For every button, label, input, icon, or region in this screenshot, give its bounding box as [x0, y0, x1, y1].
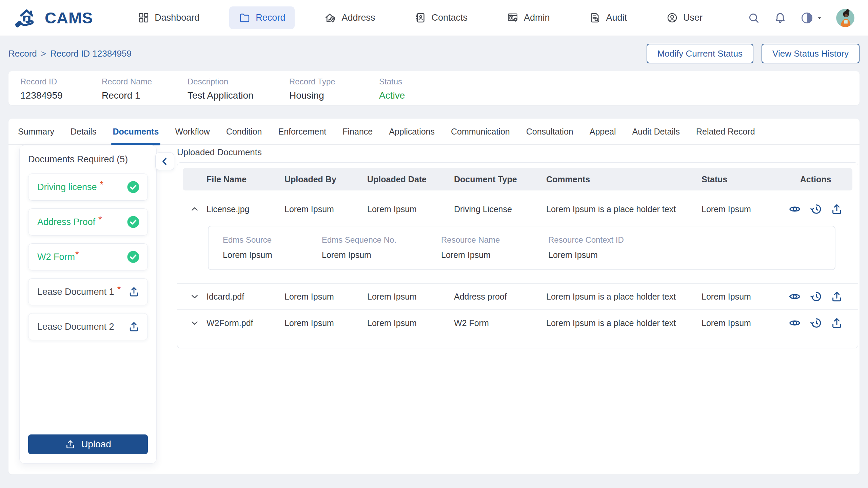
cell-status: Lorem Ipsum — [702, 204, 779, 214]
expand-row-button[interactable] — [183, 318, 206, 328]
detail-value: Lorem Ipsum — [223, 250, 322, 260]
upload-icon[interactable] — [830, 203, 843, 216]
theme-half-circle-icon — [800, 11, 814, 25]
tab-enforcement[interactable]: Enforcement — [278, 118, 327, 145]
cell-file-name: Idcard.pdf — [206, 292, 284, 302]
collapse-panel-button[interactable] — [155, 152, 174, 170]
check-circle-icon — [126, 215, 140, 229]
uploaded-documents-section: Uploaded Documents File Name Uploaded By… — [177, 145, 858, 464]
row-actions — [779, 290, 852, 303]
upload-button-label: Upload — [81, 439, 111, 450]
chevron-up-icon — [190, 204, 200, 214]
tab-appeal[interactable]: Appeal — [590, 118, 616, 145]
expand-row-button[interactable] — [183, 291, 206, 302]
documents-tab-content: Documents Required (5) Driving license *… — [8, 145, 860, 464]
nav-label: Contacts — [431, 13, 468, 23]
upload-icon[interactable] — [128, 321, 140, 333]
doc-item-lease-document-2[interactable]: Lease Document 2 — [28, 313, 148, 340]
cell-uploaded-by: Lorem Ipsum — [284, 204, 367, 214]
search-icon[interactable] — [747, 12, 760, 24]
field-label: Description — [188, 77, 289, 86]
status-field: Status Active — [379, 77, 405, 105]
nav-item-user[interactable]: User — [657, 6, 712, 29]
field-value: 12384959 — [20, 90, 102, 101]
view-status-history-button[interactable]: View Status History — [762, 44, 860, 63]
theme-toggle[interactable] — [800, 11, 823, 25]
tab-summary[interactable]: Summary — [18, 118, 54, 145]
nav-item-audit[interactable]: Audit — [580, 6, 637, 29]
header-actions — [747, 9, 854, 27]
breadcrumb: Record > Record ID 12384959 — [8, 48, 132, 59]
upload-icon[interactable] — [830, 317, 843, 329]
table-body: License.jpg Lorem Ipsum Lorem Ipsum Driv… — [177, 196, 858, 336]
detail-value: Lorem Ipsum — [441, 250, 548, 260]
doc-item-lease-document-1[interactable]: Lease Document 1 * — [28, 278, 148, 305]
house-pin-icon — [324, 12, 336, 24]
nav-item-admin[interactable]: Admin — [497, 6, 559, 29]
history-clock-icon[interactable] — [809, 290, 822, 303]
tab-condition[interactable]: Condition — [226, 118, 262, 145]
tab-audit-details[interactable]: Audit Details — [632, 118, 680, 145]
row-detail-panel: Edms Source Lorem Ipsum Edms Sequence No… — [208, 226, 835, 270]
tab-related-record[interactable]: Related Record — [696, 118, 755, 145]
caret-down-icon — [816, 15, 823, 21]
tab-workflow[interactable]: Workflow — [175, 118, 210, 145]
breadcrumb-current: Record ID 12384959 — [50, 48, 132, 59]
doc-item-label: Lease Document 1 — [37, 287, 114, 297]
bell-icon[interactable] — [774, 12, 787, 24]
cell-status: Lorem Ipsum — [702, 318, 779, 328]
tab-details[interactable]: Details — [71, 118, 96, 145]
doc-item-label: Lease Document 2 — [37, 322, 114, 332]
col-document-type: Document Type — [454, 175, 546, 184]
tab-finance[interactable]: Finance — [342, 118, 373, 145]
col-actions: Actions — [779, 175, 852, 184]
status-badge: Active — [379, 90, 405, 101]
folder-icon — [239, 12, 251, 24]
record-detail-card: Summary Details Documents Workflow Condi… — [8, 119, 860, 474]
nav-label: Dashboard — [155, 13, 199, 23]
doc-item-w2-form[interactable]: W2 Form * — [28, 243, 148, 270]
nav-item-address[interactable]: Address — [315, 6, 384, 29]
field-label: Record ID — [20, 77, 102, 86]
record-summary-card: Record ID 12384959 Record Name Record 1 … — [8, 71, 860, 105]
cell-comments: Lorem Ipsum is a place holder text — [546, 318, 702, 328]
col-status: Status — [702, 175, 779, 184]
user-avatar[interactable] — [836, 9, 854, 27]
tab-documents[interactable]: Documents — [113, 118, 159, 145]
upload-icon[interactable] — [128, 286, 140, 298]
table-row: License.jpg Lorem Ipsum Lorem Ipsum Driv… — [177, 196, 858, 222]
resource-name-field: Resource Name Lorem Ipsum — [441, 235, 548, 260]
nav-item-record[interactable]: Record — [229, 6, 295, 29]
modify-current-status-button[interactable]: Modify Current Status — [647, 44, 753, 63]
history-clock-icon[interactable] — [809, 203, 822, 216]
doc-item-address-proof[interactable]: Address Proof * — [28, 208, 148, 236]
collapse-row-button[interactable] — [183, 204, 206, 214]
history-clock-icon[interactable] — [809, 317, 822, 329]
eye-icon[interactable] — [788, 317, 801, 329]
tab-consultation[interactable]: Consultation — [526, 118, 573, 145]
upload-icon[interactable] — [830, 290, 843, 303]
required-asterisk: * — [117, 284, 121, 295]
record-type-field: Record Type Housing — [289, 77, 379, 105]
cell-document-type: Address proof — [454, 292, 546, 302]
edms-source-field: Edms Source Lorem Ipsum — [223, 235, 322, 260]
field-value: Housing — [289, 90, 379, 101]
doc-item-label: Address Proof — [37, 217, 95, 227]
nav-item-dashboard[interactable]: Dashboard — [128, 6, 209, 29]
tab-applications[interactable]: Applications — [389, 118, 435, 145]
nav-item-contacts[interactable]: Contacts — [405, 6, 477, 29]
table-row: W2Form.pdf Lorem Ipsum Lorem Ipsum W2 Fo… — [177, 309, 858, 336]
breadcrumb-section[interactable]: Record — [8, 48, 37, 59]
col-file-name: File Name — [206, 175, 284, 184]
nav-label: User — [683, 13, 703, 23]
eye-icon[interactable] — [788, 290, 801, 303]
nav-label: Address — [341, 13, 375, 23]
doc-item-driving-license[interactable]: Driving license * — [28, 174, 148, 201]
uploaded-documents-title: Uploaded Documents — [177, 147, 858, 158]
tab-communication[interactable]: Communication — [451, 118, 510, 145]
detail-label: Resource Name — [441, 235, 548, 245]
brand-logo[interactable]: CAMS — [14, 5, 93, 30]
upload-button[interactable]: Upload — [28, 434, 148, 454]
eye-icon[interactable] — [788, 203, 801, 216]
detail-value: Lorem Ipsum — [322, 250, 441, 260]
